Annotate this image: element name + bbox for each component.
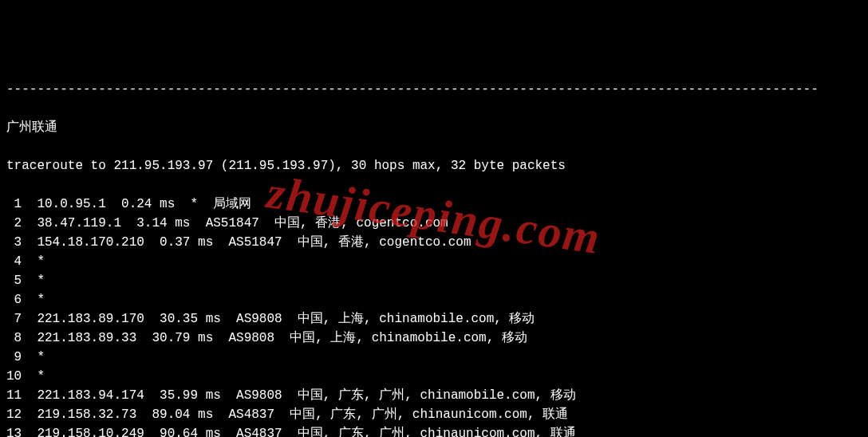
traceroute-hop-row: 2 38.47.119.1 3.14 ms AS51847 中国, 香港, co… <box>6 214 862 233</box>
traceroute-hop-row: 4 * <box>6 252 862 271</box>
traceroute-hop-row: 8 221.183.89.33 30.79 ms AS9808 中国, 上海, … <box>6 329 862 348</box>
hop-number: 3 <box>6 233 22 252</box>
hop-number: 6 <box>6 290 22 309</box>
traceroute-hops: 1 10.0.95.1 0.24 ms * 局域网2 38.47.119.1 3… <box>6 195 862 437</box>
traceroute-hop-row: 7 221.183.89.170 30.35 ms AS9808 中国, 上海,… <box>6 309 862 329</box>
traceroute-hop-row: 3 154.18.170.210 0.37 ms AS51847 中国, 香港,… <box>6 233 862 252</box>
traceroute-hop-row: 13 219.158.10.249 90.64 ms AS4837 中国, 广东… <box>6 424 862 437</box>
hop-number: 5 <box>6 271 22 290</box>
hop-details: * <box>22 274 45 288</box>
traceroute-hop-row: 5 * <box>6 271 862 290</box>
hop-number: 7 <box>6 309 22 329</box>
traceroute-hop-row: 10 * <box>6 367 862 386</box>
hop-number: 10 <box>6 367 22 386</box>
hop-number: 4 <box>6 252 22 271</box>
hop-details: 219.158.32.73 89.04 ms AS4837 中国, 广东, 广州… <box>22 407 568 422</box>
hop-details: * <box>22 350 45 364</box>
hop-number: 1 <box>6 195 22 214</box>
hop-details: 221.183.94.174 35.99 ms AS9808 中国, 广东, 广… <box>22 388 576 403</box>
hop-number: 2 <box>6 214 22 233</box>
hop-number: 12 <box>6 405 22 424</box>
hop-details: * <box>22 254 45 269</box>
hop-details: 221.183.89.33 30.79 ms AS9808 中国, 上海, ch… <box>22 331 527 345</box>
traceroute-hop-row: 1 10.0.95.1 0.24 ms * 局域网 <box>6 195 862 214</box>
hop-number: 8 <box>6 329 22 348</box>
hop-number: 13 <box>6 424 22 437</box>
hop-details: * <box>22 293 45 307</box>
traceroute-hop-row: 12 219.158.32.73 89.04 ms AS4837 中国, 广东,… <box>6 405 862 424</box>
traceroute-header: traceroute to 211.95.193.97 (211.95.193.… <box>6 156 862 175</box>
traceroute-hop-row: 11 221.183.94.174 35.99 ms AS9808 中国, 广东… <box>6 386 862 405</box>
hop-details: 221.183.89.170 30.35 ms AS9808 中国, 上海, c… <box>22 312 535 326</box>
hop-details: 38.47.119.1 3.14 ms AS51847 中国, 香港, coge… <box>22 216 448 230</box>
hop-number: 11 <box>6 386 22 405</box>
hop-details: 154.18.170.210 0.37 ms AS51847 中国, 香港, c… <box>22 235 471 250</box>
hop-details: * <box>22 369 45 384</box>
hop-details: 10.0.95.1 0.24 ms * 局域网 <box>22 197 251 211</box>
divider-line: ----------------------------------------… <box>6 80 862 99</box>
hop-number: 9 <box>6 348 22 367</box>
hop-details: 219.158.10.249 90.64 ms AS4837 中国, 广东, 广… <box>22 427 576 437</box>
traceroute-hop-row: 9 * <box>6 348 862 367</box>
section-title: 广州联通 <box>6 118 862 137</box>
traceroute-hop-row: 6 * <box>6 290 862 309</box>
